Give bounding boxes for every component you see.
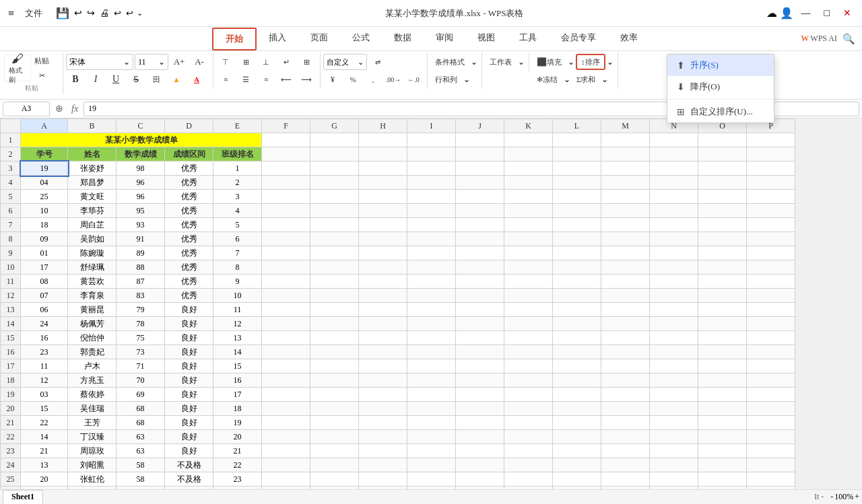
tab-efficiency[interactable]: 效率 (608, 28, 650, 50)
empty-cell[interactable] (359, 345, 407, 359)
cell-r15-c0[interactable]: 16 (21, 331, 68, 345)
empty-cell[interactable] (650, 147, 698, 161)
empty-cell[interactable] (553, 275, 601, 289)
sheet-tab-1[interactable]: Sheet1 (3, 490, 43, 504)
cell-r23-c3[interactable]: 良好 (165, 444, 213, 458)
sort-btn[interactable]: ↕ 排序 (576, 54, 605, 70)
empty-cell[interactable] (310, 458, 359, 472)
empty-cell[interactable] (553, 373, 601, 388)
empty-cell[interactable] (698, 289, 747, 303)
cell-r13-c0[interactable]: 06 (21, 303, 68, 317)
empty-cell[interactable] (553, 317, 601, 331)
cell-r25-c2[interactable]: 58 (117, 472, 165, 487)
paste-btn[interactable]: 粘贴 (32, 54, 51, 67)
empty-cell[interactable] (698, 161, 747, 176)
empty-cell[interactable] (747, 246, 795, 260)
merge-btn[interactable]: ⊞ (297, 54, 316, 70)
cell-r10-c3[interactable]: 优秀 (165, 260, 213, 275)
empty-cell[interactable] (456, 289, 504, 303)
empty-cell[interactable] (262, 331, 310, 345)
empty-cell[interactable] (553, 147, 601, 161)
empty-cell[interactable] (456, 359, 504, 373)
italic-btn[interactable]: I (86, 71, 105, 87)
cell-r25-c3[interactable]: 不及格 (165, 472, 213, 487)
empty-cell[interactable] (262, 147, 310, 161)
empty-cell[interactable] (359, 373, 407, 388)
empty-cell[interactable] (456, 373, 504, 388)
formula-fx-icon[interactable]: fx (69, 104, 81, 114)
empty-cell[interactable] (747, 260, 795, 275)
empty-cell[interactable] (747, 204, 795, 218)
empty-cell[interactable] (407, 444, 456, 458)
empty-cell[interactable] (456, 204, 504, 218)
header-cell-3[interactable]: 成绩区间 (165, 147, 213, 161)
cell-r5-c0[interactable]: 25 (21, 190, 68, 204)
empty-cell[interactable] (359, 232, 407, 246)
empty-cell[interactable] (650, 232, 698, 246)
align-middle-btn[interactable]: ⊞ (236, 54, 255, 70)
empty-cell[interactable] (262, 260, 310, 275)
empty-cell[interactable] (359, 303, 407, 317)
wrap-text-btn[interactable]: ↵ (277, 54, 296, 70)
cell-r16-c1[interactable]: 郭贵妃 (68, 345, 117, 359)
empty-cell[interactable] (601, 289, 650, 303)
cell-r10-c0[interactable]: 17 (21, 260, 68, 275)
empty-cell[interactable] (601, 345, 650, 359)
cut-btn[interactable]: ✂ (32, 69, 51, 82)
underline-btn[interactable]: U (106, 71, 125, 87)
cell-r4-c4[interactable]: 2 (213, 176, 262, 190)
empty-cell[interactable] (698, 472, 747, 487)
empty-cell[interactable] (601, 416, 650, 430)
empty-cell[interactable] (262, 246, 310, 260)
empty-cell[interactable] (650, 430, 698, 444)
empty-cell[interactable] (553, 402, 601, 416)
empty-cell[interactable] (310, 147, 359, 161)
empty-cell[interactable] (504, 246, 553, 260)
cell-r15-c3[interactable]: 良好 (165, 331, 213, 345)
tab-data[interactable]: 数据 (382, 28, 424, 50)
cell-r24-c4[interactable]: 22 (213, 458, 262, 472)
empty-cell[interactable] (601, 402, 650, 416)
empty-cell[interactable] (504, 472, 553, 487)
empty-cell[interactable] (698, 204, 747, 218)
empty-cell[interactable] (650, 303, 698, 317)
empty-cell[interactable] (262, 430, 310, 444)
empty-cell[interactable] (359, 359, 407, 373)
cell-r4-c0[interactable]: 04 (21, 176, 68, 190)
col-I[interactable]: I (407, 119, 456, 133)
empty-cell[interactable] (456, 190, 504, 204)
empty-cell[interactable] (747, 444, 795, 458)
empty-cell[interactable] (456, 472, 504, 487)
row-header-2[interactable]: 2 (1, 147, 21, 161)
cell-r8-c3[interactable]: 优秀 (165, 232, 213, 246)
empty-cell[interactable] (407, 218, 456, 232)
cell-r16-c2[interactable]: 73 (117, 345, 165, 359)
empty-cell[interactable] (601, 161, 650, 176)
cell-r6-c2[interactable]: 95 (117, 204, 165, 218)
empty-cell[interactable] (310, 402, 359, 416)
cell-r20-c0[interactable]: 15 (21, 402, 68, 416)
empty-cell[interactable] (504, 331, 553, 345)
empty-cell[interactable] (650, 204, 698, 218)
cell-r5-c4[interactable]: 3 (213, 190, 262, 204)
cell-r4-c2[interactable]: 96 (117, 176, 165, 190)
empty-cell[interactable] (650, 373, 698, 388)
empty-cell[interactable] (747, 232, 795, 246)
cell-r10-c4[interactable]: 8 (213, 260, 262, 275)
empty-cell[interactable] (262, 204, 310, 218)
transfer-btn[interactable]: ⇌ (368, 54, 387, 70)
empty-cell[interactable] (310, 161, 359, 176)
cell-r12-c4[interactable]: 10 (213, 289, 262, 303)
cell-r17-c4[interactable]: 15 (213, 359, 262, 373)
cell-r20-c2[interactable]: 68 (117, 402, 165, 416)
zoom-out-btn[interactable]: - (830, 492, 833, 502)
empty-cell[interactable] (747, 275, 795, 289)
tab-member[interactable]: 会员专享 (549, 28, 608, 50)
empty-cell[interactable] (456, 317, 504, 331)
sort-desc-item[interactable]: ⬇ 降序(O) (667, 76, 774, 98)
cell-r20-c1[interactable]: 吴佳瑞 (68, 402, 117, 416)
cell-r11-c3[interactable]: 优秀 (165, 275, 213, 289)
empty-cell[interactable] (310, 133, 359, 147)
close-btn[interactable]: ✕ (838, 6, 857, 20)
empty-cell[interactable] (407, 345, 456, 359)
